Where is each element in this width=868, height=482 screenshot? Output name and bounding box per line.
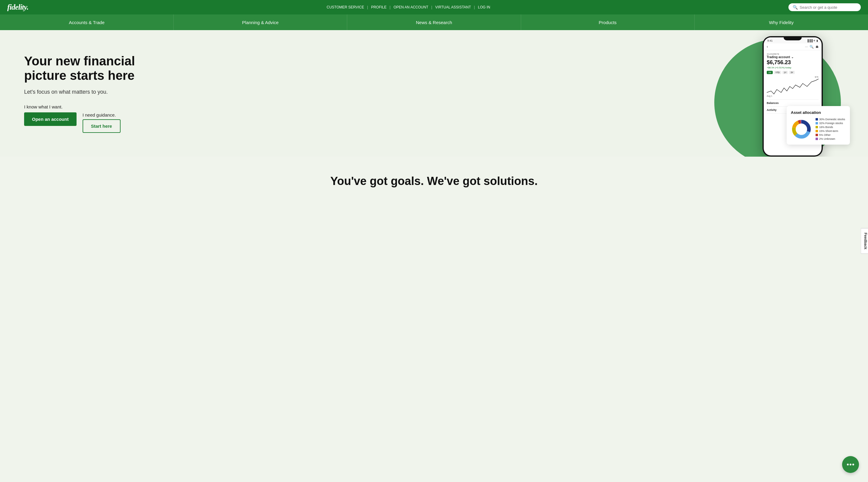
svg-point-6: [797, 124, 806, 134]
phone-nav-icons: ··· 🔍 ☗: [805, 45, 818, 49]
asset-allocation-card: Asset allocation 30% Domestic stocks: [786, 106, 850, 144]
goals-title: You've got goals. We've got solutions.: [12, 175, 856, 188]
hero-title: Your new financial picture starts here: [24, 54, 175, 83]
legend-short-term: 15% Short-term: [815, 130, 845, 133]
phone-time: 9:41: [767, 39, 773, 42]
asset-card-content: 30% Domestic stocks 32% Foreign stocks 1…: [791, 118, 846, 140]
main-nav: Accounts & Trade Planning & Advice News …: [0, 14, 868, 30]
legend-label-short-term: 15% Short-term: [819, 130, 838, 133]
back-icon[interactable]: ‹: [767, 44, 768, 49]
phone-balance: $6,756.23: [767, 59, 818, 66]
log-in-link[interactable]: LOG IN: [475, 5, 493, 9]
hero-content: Your new financial picture starts here L…: [24, 54, 175, 133]
hero-graphic: 9:41 ▐▐▐ ✈ ▮ ‹ ··· 🔍 ☗ X12345678 Trading…: [693, 36, 850, 157]
legend-dot-short-term: [815, 130, 818, 132]
phone-notch: [784, 36, 802, 40]
asset-legend: 30% Domestic stocks 32% Foreign stocks 1…: [815, 118, 845, 140]
profile-link[interactable]: PROFILE: [368, 5, 390, 9]
customer-service-link[interactable]: CUSTOMER SERVICE: [324, 5, 367, 9]
hero-buttons: Open an account I need guidance. Start h…: [24, 113, 175, 133]
phone-account-type: Trading account ⌄: [767, 56, 818, 59]
chart-svg: [767, 76, 818, 97]
account-icon[interactable]: ☗: [815, 45, 818, 49]
cta-right-label: I need guidance.: [83, 113, 121, 118]
legend-dot-foreign: [815, 122, 818, 124]
open-account-button[interactable]: Open an account: [24, 113, 76, 126]
time-btn-1m[interactable]: 1M: [767, 71, 773, 74]
legend-label-foreign: 32% Foreign stocks: [819, 122, 843, 125]
goals-section: You've got goals. We've got solutions.: [0, 157, 868, 200]
nav-why-fidelity[interactable]: Why Fidelity: [695, 14, 868, 30]
virtual-assistant-link[interactable]: VIRTUAL ASSISTANT: [432, 5, 474, 9]
nav-accounts-trade[interactable]: Accounts & Trade: [0, 14, 174, 30]
legend-dot-bonds: [815, 126, 818, 128]
top-nav: CUSTOMER SERVICE | PROFILE | OPEN AN ACC…: [324, 5, 493, 9]
cta-left-label: I know what I want.: [24, 104, 175, 109]
time-btn-3y[interactable]: 3Y: [789, 71, 795, 74]
start-here-button[interactable]: Start here: [83, 119, 121, 133]
donut-chart: [791, 119, 812, 140]
search-bar: 🔍: [788, 3, 861, 11]
nav-products[interactable]: Products: [521, 14, 695, 30]
search-icon: 🔍: [793, 5, 798, 10]
asset-card-title: Asset allocation: [791, 110, 846, 115]
chart-y-label: $7K: [815, 76, 818, 78]
legend-label-other: 5% Other: [819, 133, 831, 136]
fidelity-logo: fidelity.: [7, 3, 28, 12]
phone-change: +$6.54 (+0.51%) today: [767, 66, 818, 69]
legend-foreign: 32% Foreign stocks: [815, 122, 845, 125]
open-account-link[interactable]: OPEN AN ACCOUNT: [391, 5, 431, 9]
hero-subtitle: Let's focus on what matters to you.: [24, 89, 175, 95]
chart-area: Aug 1 $7K: [767, 76, 818, 97]
time-btn-1y[interactable]: 1Y: [782, 71, 788, 74]
phone-time-buttons: 1M YTD 1Y 3Y: [767, 71, 818, 74]
search-input[interactable]: [800, 5, 857, 10]
hero-section: Your new financial picture starts here L…: [0, 30, 868, 157]
top-bar: fidelity. CUSTOMER SERVICE | PROFILE | O…: [0, 0, 868, 14]
phone-signals: ▐▐▐ ✈ ▮: [807, 39, 818, 42]
phone-balances[interactable]: Balances: [767, 100, 818, 107]
search-phone-icon[interactable]: 🔍: [809, 45, 814, 49]
hero-cta-left: I know what I want.: [24, 104, 175, 109]
legend-label-domestic: 30% Domestic stocks: [819, 118, 845, 121]
legend-bonds: 16% Bonds: [815, 126, 845, 129]
legend-dot-unknown: [815, 138, 818, 140]
phone-account-id: X12345678: [767, 53, 818, 56]
legend-dot-domestic: [815, 118, 818, 121]
legend-dot-other: [815, 134, 818, 136]
nav-news-research[interactable]: News & Research: [347, 14, 521, 30]
legend-label-unknown: 2% Unknown: [819, 137, 835, 140]
nav-planning-advice[interactable]: Planning & Advice: [174, 14, 347, 30]
chart-date-label: Aug 1: [767, 95, 772, 97]
legend-unknown: 2% Unknown: [815, 137, 845, 140]
legend-other: 5% Other: [815, 133, 845, 136]
phone-nav-bar: ‹ ··· 🔍 ☗: [764, 43, 822, 50]
more-icon[interactable]: ···: [805, 45, 808, 49]
time-btn-ytd[interactable]: YTD: [774, 71, 781, 74]
legend-domestic: 30% Domestic stocks: [815, 118, 845, 121]
legend-label-bonds: 16% Bonds: [819, 126, 833, 129]
